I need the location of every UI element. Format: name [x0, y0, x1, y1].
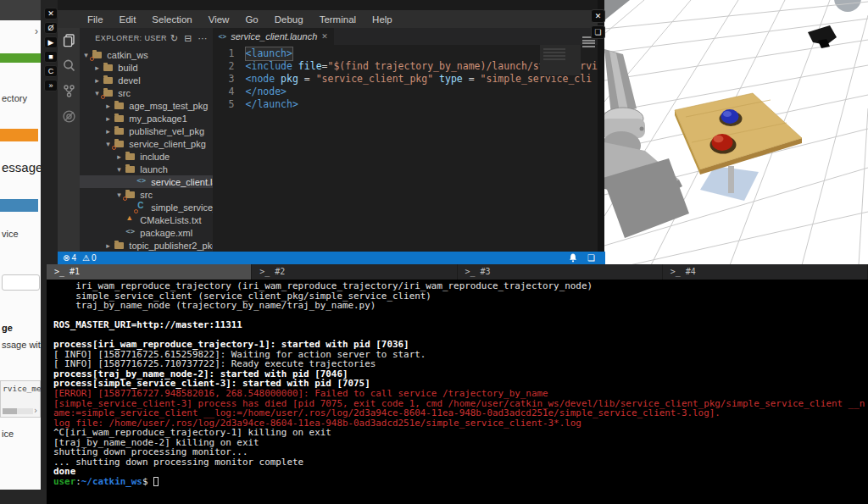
folder-icon: [125, 152, 136, 161]
search-icon[interactable]: [62, 58, 76, 73]
terminal[interactable]: iri_wam_reproduce_trajectory (iri_wam_re…: [47, 280, 868, 504]
notebook-code-text: rvice_mes: [3, 384, 41, 393]
code-token: </node>: [246, 86, 287, 98]
tree-item-label: age_msg_test_pkg: [129, 101, 208, 111]
fast-forward-button[interactable]: »: [44, 80, 58, 91]
gazebo-close-button[interactable]: ✕: [591, 9, 605, 23]
hide-eye-button[interactable]: Ø: [44, 22, 58, 34]
files-icon[interactable]: [62, 33, 76, 47]
gazebo-viewport[interactable]: [604, 0, 868, 264]
close-button[interactable]: ✕: [44, 8, 58, 19]
minimap[interactable]: [540, 45, 581, 75]
more-actions-icon[interactable]: ⋯: [198, 33, 208, 44]
folder-icon: [114, 101, 125, 110]
gazebo-horizon-wedge: [604, 0, 630, 20]
tree-item-simple-service-client-cpp[interactable]: Csimple_service_client.cpp: [80, 201, 212, 213]
terminal-tab-3[interactable]: >_ #3: [458, 264, 663, 280]
terminal-tab-1[interactable]: >_ #1: [47, 264, 252, 280]
notebook-input[interactable]: [2, 274, 40, 291]
code-token: pkg: [281, 73, 298, 86]
menu-selection[interactable]: Selection: [152, 14, 192, 25]
tree-item-devel[interactable]: ▸devel: [80, 74, 212, 86]
terminal-text: ROS_MASTER_URI=http://master:11311: [53, 319, 242, 330]
gazebo-screen-button[interactable]: ❏: [591, 25, 605, 39]
chevron-right-icon[interactable]: ›: [35, 25, 38, 37]
terminal-tab-bar: >_ #1>_ #2>_ #3>_ #4: [47, 264, 868, 280]
line-number: 2: [213, 60, 235, 73]
error-count: 4: [71, 253, 76, 263]
tree-item-label: src: [118, 88, 131, 98]
layout-icon[interactable]: ❏: [587, 253, 595, 263]
tree-item-label: service_client_pkg: [129, 139, 206, 149]
notebook-text-service: vice: [2, 229, 19, 239]
problems-warnings[interactable]: ⚠ 0: [82, 253, 97, 263]
tree-item-package-xml[interactable]: <>package.xml: [80, 226, 212, 239]
tree-item-service-client-launch[interactable]: <>service_client.launch: [80, 175, 212, 188]
menu-help[interactable]: Help: [372, 14, 392, 25]
notebook-blue-bar: [0, 199, 38, 212]
tree-item-build[interactable]: ▸build: [80, 61, 212, 74]
gazebo-sphere-widget: [834, 0, 861, 12]
notebook-green-bar: [0, 53, 41, 63]
terminal-text: user: [53, 476, 75, 487]
tree-item-include[interactable]: ▸include: [80, 150, 212, 163]
tree-item-label: package.xml: [140, 228, 192, 238]
menu-go[interactable]: Go: [245, 14, 258, 25]
stop-button[interactable]: ■: [44, 51, 58, 63]
tree-item-topic-publisher2-pkg[interactable]: ▸topic_publisher2_pkg: [80, 239, 212, 252]
close-icon[interactable]: ✕: [321, 32, 328, 41]
debug-disabled-icon[interactable]: [62, 109, 76, 124]
tree-item-service-client-pkg[interactable]: ▾service_client_pkg: [80, 137, 212, 150]
tree-item-src[interactable]: ▾src: [80, 188, 212, 201]
tree-item-label: simple_service_client.cpp: [151, 202, 212, 213]
tab-service-client-launch[interactable]: <> service_client.launch ✕: [213, 28, 334, 45]
notebook-text-trajectory: ectory: [2, 93, 27, 103]
editor-tab-bar: <> service_client.launch ✕: [213, 28, 598, 45]
terminal-tab-4[interactable]: >_ #4: [663, 264, 868, 280]
chevron-down-icon: ▾: [117, 165, 125, 174]
chevron-right-icon: ▸: [106, 102, 114, 110]
notebook-code-box[interactable]: rvice_mes ›: [0, 380, 41, 418]
menu-bar: FileEditSelectionViewGoDebugTerminalHelp: [58, 10, 598, 28]
line-number: 1: [213, 47, 235, 60]
warn-icon: ▲: [125, 215, 136, 224]
tree-item-catkin-ws[interactable]: ▾catkin_ws: [80, 48, 212, 61]
step-button[interactable]: ▶: [44, 36, 58, 48]
collapse-all-icon[interactable]: ⊟: [184, 33, 192, 44]
activity-bar: [58, 28, 80, 252]
tree-item-publisher-vel-pkg[interactable]: ▸publisher_vel_pkg: [80, 125, 212, 137]
tree-item-my-package1[interactable]: ▸my_package1: [80, 112, 212, 125]
status-bar: ⊗ 4 ⚠ 0 ❏: [58, 252, 605, 264]
tree-item-label: topic_publisher2_pkg: [129, 241, 212, 251]
tree-item-label: launch: [140, 164, 167, 174]
terminal-tab-2[interactable]: >_ #2: [252, 264, 457, 280]
code-token: type: [439, 73, 463, 86]
notebook-text-ice: ice: [2, 429, 14, 439]
tree-item-cmakelists-txt[interactable]: ▲CMakeLists.txt: [80, 213, 212, 226]
menu-terminal[interactable]: Terminal: [320, 14, 356, 25]
folder-icon: [114, 114, 125, 123]
tree-item-age-msg-test-pkg[interactable]: ▸age_msg_test_pkg: [80, 99, 212, 112]
menu-view[interactable]: View: [209, 14, 230, 25]
notebook-scrollbar[interactable]: [3, 408, 33, 414]
source-control-icon[interactable]: [62, 84, 76, 98]
gazebo-table-leg: [728, 166, 734, 193]
error-icon: ⊗: [63, 253, 70, 263]
menu-debug[interactable]: Debug: [275, 14, 303, 25]
chevron-right-icon: ▸: [117, 152, 125, 161]
problems-errors[interactable]: ⊗ 4: [63, 253, 76, 263]
tree-item-launch[interactable]: ▾launch: [80, 163, 212, 175]
notebook-scroll-arrow-icon[interactable]: ›: [33, 406, 38, 415]
tree-item-label: catkin_ws: [107, 50, 147, 60]
code-token: <node: [246, 73, 281, 86]
menu-file[interactable]: File: [87, 14, 103, 25]
menu-edit[interactable]: Edit: [120, 14, 136, 25]
continue-button[interactable]: C: [44, 65, 58, 77]
bell-icon[interactable]: [569, 253, 577, 263]
floating-controls: ✕Ø▶■C»: [44, 8, 58, 91]
tree-item-src[interactable]: ▾src: [80, 86, 212, 99]
xml2-icon: <>: [125, 228, 136, 237]
refresh-icon[interactable]: ↻: [170, 33, 178, 44]
folder-icon: [103, 63, 114, 72]
notebook-text-message: essage: [2, 160, 41, 174]
